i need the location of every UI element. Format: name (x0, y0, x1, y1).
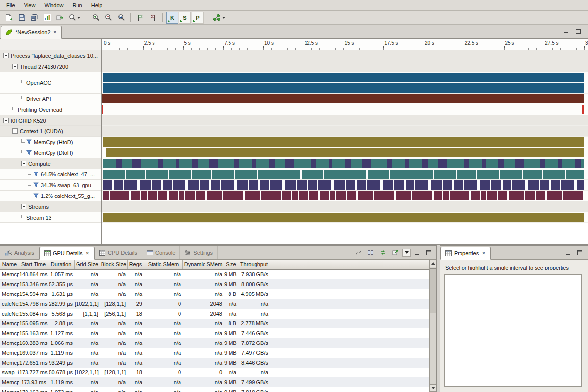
scroll-down-button[interactable] (430, 384, 436, 392)
timeline-bar[interactable] (102, 105, 103, 114)
table-row[interactable]: Memcpy173.93 ms1.119 msn/an/an/an/an/a9 … (0, 377, 429, 387)
filter-icon[interactable] (33, 182, 39, 188)
table-row[interactable]: Memcpy169.037 ms1.119 msn/an/an/an/an/a9… (0, 348, 429, 358)
close-icon[interactable]: ✕ (481, 251, 486, 256)
column-header[interactable]: Dynamic SMem (183, 260, 224, 269)
tab-analysis[interactable]: Analysis (0, 246, 39, 259)
timeline-ruler[interactable]: 0 s2.5 s5 s7.5 s10 s12.5 s15 s17.5 s20 s… (102, 39, 588, 50)
collapse-icon[interactable] (12, 128, 18, 134)
timeline-row[interactable]: MemCpy (DtoH) (0, 147, 101, 158)
filter-icon[interactable] (33, 172, 39, 177)
next-marker-button[interactable] (134, 12, 146, 24)
table-row[interactable]: Memcpy148.864 ms1.057 msn/an/an/an/an/a9… (0, 270, 429, 279)
column-header[interactable]: Name (0, 260, 19, 269)
timeline-band[interactable] (102, 137, 588, 147)
view-menu-button[interactable] (402, 249, 411, 257)
collapse-icon[interactable] (3, 118, 9, 123)
timeline-row[interactable]: 34.3% swap_63_gpu (0, 180, 101, 191)
column-header[interactable]: Static SMem (144, 260, 183, 269)
timeline-row[interactable]: 64.5% calcNext_47_... (0, 169, 101, 180)
collapse-icon[interactable] (3, 53, 9, 58)
timeline-row[interactable]: Process "laplace_data_clauses 10... (0, 50, 101, 61)
tree-divider[interactable] (101, 39, 102, 244)
minimize-button[interactable] (562, 27, 571, 35)
timeline-band[interactable] (102, 169, 588, 180)
table-row[interactable]: calcNext155.084 ms5.568 µs[1,1,1][256,1,… (0, 309, 429, 318)
column-header[interactable]: Duration (48, 260, 75, 269)
configure-columns-button[interactable] (365, 248, 376, 258)
timeline-row[interactable]: [0] GRID K520 (0, 115, 101, 126)
tab-gpu-details[interactable]: GPU Details✕ (39, 247, 95, 260)
table-row[interactable]: Memcpy172.651 ms93.249 µsn/an/an/an/an/a… (0, 358, 429, 368)
timeline-band[interactable] (102, 104, 588, 115)
timeline-band[interactable] (102, 191, 588, 201)
timeline-bar[interactable] (103, 159, 584, 168)
table-row[interactable]: swap_6173.727 ms50.678 µs[1022,1,1][128,… (0, 368, 429, 377)
maximize-button[interactable] (424, 249, 434, 257)
menu-file[interactable]: File (2, 1, 20, 10)
maximize-button[interactable] (575, 249, 585, 257)
timeline-row[interactable]: Driver API (0, 94, 101, 104)
tab-settings[interactable]: Settings (180, 246, 218, 259)
filter-icon[interactable] (26, 139, 32, 145)
zoom-out-button[interactable] (102, 12, 114, 24)
process-toggle-button[interactable]: P (192, 12, 204, 24)
timeline-band[interactable] (102, 61, 588, 72)
collapse-icon[interactable] (12, 64, 18, 69)
tab-console[interactable]: Console (142, 246, 180, 259)
chart-view-button[interactable] (41, 12, 53, 24)
table-row[interactable]: Memcpy160.383 ms1.066 msn/an/an/an/an/a9… (0, 338, 429, 348)
save-button[interactable] (16, 12, 27, 24)
zoom-fit-button[interactable] (115, 12, 127, 24)
timeline-band[interactable] (102, 147, 588, 158)
timeline-row[interactable]: Compute (0, 158, 101, 169)
menu-help[interactable]: Help (87, 1, 107, 10)
timeline-bar[interactable] (103, 73, 584, 82)
minimize-button[interactable] (412, 249, 422, 257)
timeline-bar[interactable] (102, 94, 584, 103)
analysis-menu-button[interactable] (211, 12, 227, 24)
table-row[interactable]: Memcpy153.346 ms52.355 µsn/an/an/an/an/a… (0, 279, 429, 289)
timeline-bar[interactable] (106, 148, 584, 157)
column-header[interactable]: Size (224, 260, 238, 269)
show-in-timeline-button[interactable] (353, 248, 364, 258)
search-menu-button[interactable] (67, 12, 82, 24)
timeline-band[interactable] (102, 158, 588, 169)
column-header[interactable]: Start Time (19, 260, 48, 269)
timeline-band[interactable] (102, 180, 588, 191)
tab-cpu-details[interactable]: CPU Details (95, 246, 142, 259)
table-row[interactable]: Memcpy178.163 ms1.073 msn/an/an/an/an/a9… (0, 387, 429, 392)
table-row[interactable]: Memcpy155.163 ms1.127 msn/an/an/an/an/a9… (0, 328, 429, 338)
timeline-band[interactable] (102, 94, 588, 104)
timeline-row[interactable]: Streams (0, 201, 101, 212)
timeline-row[interactable]: OpenACC (0, 72, 101, 94)
maximize-button[interactable] (573, 27, 583, 35)
column-header[interactable]: Grid Size (75, 260, 100, 269)
collapse-icon[interactable] (21, 204, 26, 209)
timeline-bar[interactable] (103, 83, 584, 93)
table-row[interactable]: calcNext154.798 ms282.99 µs[1022,1,1][12… (0, 299, 429, 309)
timeline-row[interactable]: Stream 13 (0, 212, 101, 223)
table-row[interactable]: Memcpy154.594 ms1.631 µsn/an/an/an/an/a8… (0, 289, 429, 299)
tab-properties[interactable]: Properties ✕ (440, 247, 491, 260)
timeline-row[interactable]: Thread 2741307200 (0, 61, 101, 72)
save-all-button[interactable] (28, 12, 40, 24)
menu-view[interactable]: View (20, 1, 40, 10)
timeline-row[interactable]: Profiling Overhead (0, 104, 101, 115)
timeline-band[interactable] (102, 72, 588, 94)
timeline-bar[interactable] (582, 105, 584, 114)
new-session-button[interactable] (3, 12, 15, 24)
minimize-button[interactable] (563, 249, 573, 257)
vertical-scrollbar[interactable] (429, 260, 436, 392)
scrollbar-thumb[interactable] (430, 268, 436, 313)
kernel-toggle-button[interactable]: K (166, 12, 178, 24)
export-details-button[interactable] (390, 248, 401, 258)
timeline-bar[interactable] (103, 170, 584, 179)
timeline-bar[interactable] (103, 137, 584, 147)
timeline-row[interactable]: 1.2% calcNext_55_g... (0, 191, 101, 201)
close-icon[interactable]: ✕ (85, 251, 90, 256)
timeline-band[interactable] (102, 115, 588, 126)
zoom-in-button[interactable] (90, 12, 102, 24)
sync-selection-button[interactable] (378, 248, 388, 258)
export-button[interactable] (54, 12, 66, 24)
